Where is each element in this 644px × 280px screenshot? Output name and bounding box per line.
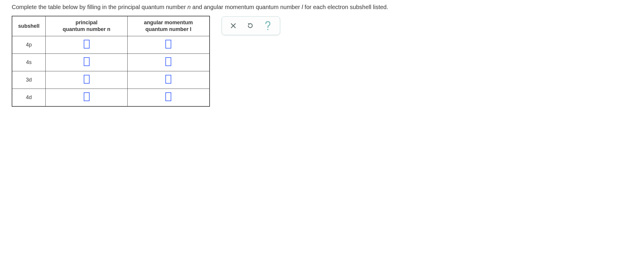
header-angular-line1: angular momentum <box>144 20 193 25</box>
instruction-text: Complete the table below by filling in t… <box>12 3 632 11</box>
header-angular: angular momentum quantum number l <box>128 16 210 36</box>
content-row: subshell principal quantum number n angu… <box>12 16 632 107</box>
n-input[interactable] <box>84 92 90 101</box>
n-cell <box>46 89 128 106</box>
n-cell <box>46 71 128 89</box>
l-input[interactable] <box>165 92 171 101</box>
subshell-value: 4p <box>26 42 32 48</box>
instruction-pre: Complete the table below by filling in t… <box>12 4 187 10</box>
l-cell <box>128 71 210 89</box>
header-angular-line2-pre: quantum number <box>145 26 190 32</box>
l-cell <box>128 36 210 53</box>
subshell-cell: 4s <box>12 53 46 71</box>
instruction-mid: and angular momentum quantum number <box>191 4 302 10</box>
quantum-table: subshell principal quantum number n angu… <box>12 16 210 107</box>
subshell-value: 3d <box>26 77 32 83</box>
header-principal-var: n <box>107 26 110 32</box>
l-input[interactable] <box>165 57 171 66</box>
header-subshell-text: subshell <box>18 23 40 29</box>
header-principal-line1: principal <box>76 20 97 25</box>
header-principal: principal quantum number n <box>46 16 128 36</box>
n-cell <box>46 36 128 53</box>
x-icon <box>230 23 237 29</box>
n-input[interactable] <box>84 57 90 66</box>
l-cell <box>128 89 210 106</box>
subshell-cell: 3d <box>12 71 46 89</box>
l-input[interactable] <box>165 75 171 84</box>
header-principal-line2-pre: quantum number <box>63 26 107 32</box>
l-cell <box>128 53 210 71</box>
header-subshell: subshell <box>12 16 46 36</box>
l-input[interactable] <box>165 40 171 49</box>
table-row: 4p <box>12 36 210 53</box>
toolbar <box>222 16 280 35</box>
n-cell <box>46 53 128 71</box>
subshell-cell: 4d <box>12 89 46 106</box>
instruction-post: for each electron subshell listed. <box>303 4 388 10</box>
n-input[interactable] <box>84 75 90 84</box>
table-row: 4s <box>12 53 210 71</box>
reset-icon <box>246 22 254 30</box>
help-button[interactable] <box>264 21 272 31</box>
table-row: 4d <box>12 89 210 106</box>
subshell-value: 4s <box>26 59 32 65</box>
question-icon <box>264 21 272 31</box>
clear-button[interactable] <box>230 23 237 29</box>
n-input[interactable] <box>84 40 90 49</box>
instruction-var-n: n <box>187 4 191 10</box>
table-row: 3d <box>12 71 210 89</box>
subshell-cell: 4p <box>12 36 46 53</box>
svg-point-3 <box>267 29 268 30</box>
reset-button[interactable] <box>246 22 254 30</box>
subshell-value: 4d <box>26 94 32 100</box>
header-angular-var: l <box>190 26 191 32</box>
